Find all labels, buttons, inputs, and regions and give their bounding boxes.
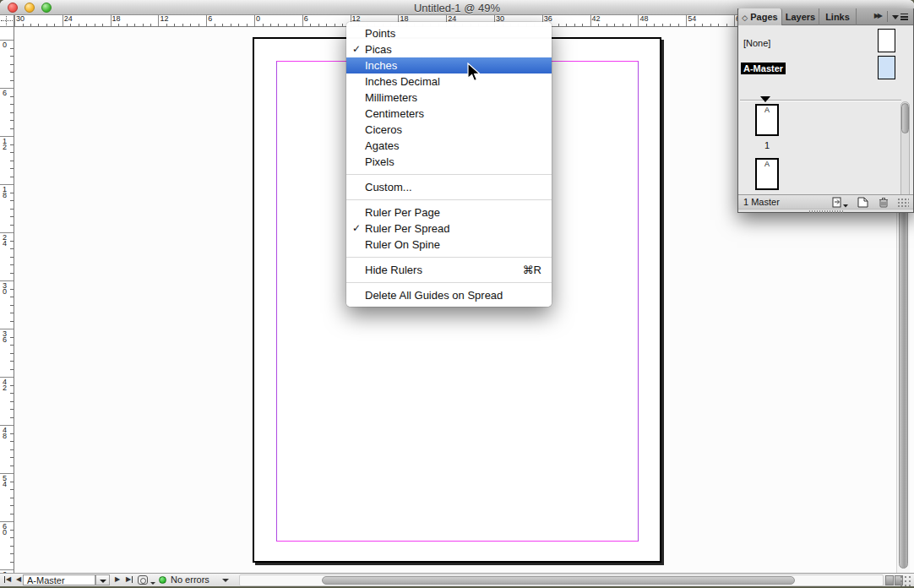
ruler-units-context-menu: Points✓PicasInchesInches DecimalMillimet… bbox=[346, 22, 552, 307]
ruler-minor-tick bbox=[10, 96, 14, 97]
edit-page-size-icon[interactable] bbox=[831, 197, 850, 208]
ruler-minor-tick bbox=[10, 225, 14, 226]
preflight-status-dropdown-icon[interactable] bbox=[222, 579, 229, 582]
panel-resize-strip[interactable] bbox=[738, 209, 913, 212]
master-item-a-master[interactable]: A-Master bbox=[741, 63, 786, 74]
master-none-thumbnail[interactable] bbox=[878, 29, 895, 52]
ruler-minor-tick bbox=[263, 24, 264, 26]
ruler-minor-tick bbox=[10, 128, 14, 129]
ruler-minor-tick bbox=[10, 466, 14, 466]
ruler-label: 24 bbox=[64, 15, 73, 23]
page-1-thumbnail[interactable]: A bbox=[755, 104, 779, 136]
previous-page-button[interactable]: ◀ bbox=[16, 575, 21, 583]
tab-links[interactable]: Links bbox=[819, 8, 857, 25]
ruler-major-tick bbox=[686, 15, 687, 26]
ruler-minor-tick bbox=[10, 393, 14, 394]
next-page-button[interactable]: ▶ bbox=[115, 575, 120, 583]
ruler-label: 54 bbox=[3, 476, 7, 487]
menu-item-hide-rulers[interactable]: Hide Rulers⌘R bbox=[346, 262, 552, 278]
ruler-minor-tick bbox=[623, 24, 623, 26]
menu-item-points[interactable]: Points bbox=[346, 25, 552, 41]
ruler-minor-tick bbox=[270, 24, 271, 26]
ruler-minor-tick bbox=[286, 24, 287, 26]
master-a-thumbnail[interactable] bbox=[878, 56, 895, 79]
ruler-minor-tick bbox=[10, 152, 14, 153]
ruler-minor-tick bbox=[143, 24, 144, 26]
ruler-label: 30 bbox=[3, 283, 7, 295]
collapse-panels-icon[interactable]: ▶▶ bbox=[874, 12, 881, 19]
create-new-page-icon[interactable] bbox=[857, 197, 869, 208]
ruler-minor-tick bbox=[710, 24, 711, 26]
delete-page-trash-icon[interactable] bbox=[878, 197, 890, 208]
panel-scrollbar-thumb[interactable] bbox=[901, 103, 909, 133]
vertical-ruler[interactable]: 0612182430364248546066 bbox=[0, 27, 14, 573]
ruler-minor-tick bbox=[558, 24, 559, 26]
menu-item-picas[interactable]: ✓Picas bbox=[346, 41, 552, 57]
ruler-major-tick bbox=[206, 15, 207, 26]
ruler-minor-tick bbox=[10, 48, 14, 49]
menu-item-ruler-per-spread[interactable]: ✓Ruler Per Spread bbox=[346, 220, 552, 237]
menu-item-label: Hide Rulers bbox=[365, 264, 422, 276]
tab-pages[interactable]: ◇Pages bbox=[738, 8, 782, 25]
panel-resize-grip[interactable] bbox=[897, 198, 909, 207]
ruler-label: 18 bbox=[3, 187, 7, 199]
no-errors-status-dot bbox=[159, 576, 166, 584]
first-page-button[interactable]: ◀ bbox=[6, 575, 11, 583]
ruler-zero-point-corner[interactable] bbox=[0, 15, 14, 27]
menu-item-custom[interactable]: Custom... bbox=[346, 179, 552, 195]
menu-item-label: Ciceros bbox=[365, 123, 402, 136]
current-page-field[interactable]: A-Master bbox=[23, 574, 95, 585]
ruler-label: 36 bbox=[3, 331, 7, 343]
ruler-major-tick bbox=[302, 15, 303, 26]
menu-item-millimeters[interactable]: Millimeters bbox=[346, 90, 552, 106]
page-1-number: 1 bbox=[755, 140, 779, 150]
preflight-icon[interactable] bbox=[138, 575, 148, 585]
ruler-label: 6 bbox=[3, 90, 7, 96]
ruler-minor-tick bbox=[23, 24, 24, 26]
panel-menu-icon[interactable] bbox=[892, 14, 907, 21]
menu-item-label: Ruler Per Page bbox=[365, 206, 440, 219]
ruler-minor-tick bbox=[10, 216, 14, 217]
menu-item-label: Pixels bbox=[365, 155, 394, 168]
ruler-minor-tick bbox=[10, 345, 14, 346]
panel-scrollbar[interactable] bbox=[900, 101, 910, 210]
ruler-minor-tick bbox=[190, 24, 191, 26]
ruler-minor-tick bbox=[10, 248, 14, 249]
ruler-minor-tick bbox=[10, 177, 14, 177]
ruler-minor-tick bbox=[278, 24, 279, 26]
indesign-document-window: Untitled-1 @ 49% 30241812606121824303642… bbox=[0, 0, 914, 586]
ruler-minor-tick bbox=[10, 546, 14, 547]
tab-layers[interactable]: Layers bbox=[782, 8, 819, 25]
panel-tab-bar: ◇Pages Layers Links ▶▶ bbox=[738, 8, 913, 25]
ruler-minor-tick bbox=[10, 264, 14, 265]
menu-item-agates[interactable]: Agates bbox=[346, 138, 552, 154]
page-dropdown-button[interactable] bbox=[95, 574, 110, 585]
scroll-left-button[interactable] bbox=[885, 575, 894, 585]
last-page-button[interactable]: ▶ bbox=[126, 575, 131, 583]
page-2-thumbnail[interactable]: A bbox=[755, 158, 779, 190]
ruler-minor-tick bbox=[10, 353, 14, 354]
horizontal-scrollbar-thumb[interactable] bbox=[322, 576, 795, 585]
menu-item-inches-decimal[interactable]: Inches Decimal bbox=[346, 74, 552, 90]
menu-item-ruler-on-spine[interactable]: Ruler On Spine bbox=[346, 237, 552, 253]
ruler-major-tick bbox=[14, 15, 15, 26]
menu-item-ruler-per-page[interactable]: Ruler Per Page bbox=[346, 204, 552, 220]
ruler-minor-tick bbox=[10, 514, 14, 514]
menu-item-delete-all-guides-on-spread[interactable]: Delete All Guides on Spread bbox=[346, 287, 552, 303]
window-resize-grip[interactable] bbox=[899, 574, 913, 586]
ruler-minor-tick bbox=[10, 417, 14, 418]
master-item-none[interactable]: [None] bbox=[743, 38, 770, 48]
menu-item-pixels[interactable]: Pixels bbox=[346, 154, 552, 170]
ruler-minor-tick bbox=[10, 385, 14, 386]
panel-resize-handle[interactable] bbox=[809, 210, 843, 213]
ruler-minor-tick bbox=[10, 457, 14, 458]
menu-item-centimeters[interactable]: Centimeters bbox=[346, 106, 552, 122]
menu-item-inches[interactable]: Inches bbox=[346, 57, 552, 74]
panel-body: [None] A-Master A 1 A 2 bbox=[738, 25, 913, 194]
panel-footer: 1 Master bbox=[738, 194, 913, 209]
first-page-icon[interactable] bbox=[4, 576, 5, 583]
ruler-minor-tick bbox=[222, 24, 223, 26]
preflight-menu-icon[interactable] bbox=[150, 582, 155, 585]
menu-item-ciceros[interactable]: Ciceros bbox=[346, 122, 552, 138]
horizontal-scrollbar[interactable] bbox=[239, 574, 884, 586]
